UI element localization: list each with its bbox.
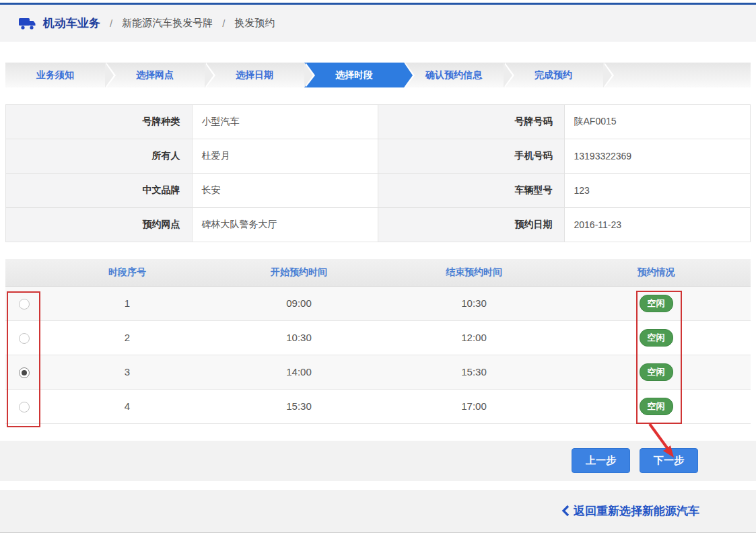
date-label: 预约日期 xyxy=(378,208,565,242)
slot-end: 10:30 xyxy=(386,286,561,320)
timeslot-row-2: 2 10:30 12:00 空闲 xyxy=(5,320,751,355)
table-row: 中文品牌 长安 车辆型号 123 xyxy=(6,174,751,208)
table-row: 所有人 杜爱月 手机号码 13193322369 xyxy=(6,139,751,174)
back-chevron-icon xyxy=(561,505,570,517)
owner-value: 杜爱月 xyxy=(192,139,378,174)
slot-index-header: 时段序号 xyxy=(43,259,211,286)
slot-index: 2 xyxy=(43,320,211,355)
slot-index: 4 xyxy=(43,389,211,423)
date-value: 2016-11-23 xyxy=(564,208,751,242)
owner-label: 所有人 xyxy=(6,139,193,174)
slot-radio-2[interactable] xyxy=(19,333,30,344)
next-step-button[interactable]: 下一步 xyxy=(640,448,698,473)
table-row: 预约网点 碑林大队警务大厅 预约日期 2016-11-23 xyxy=(6,208,751,242)
brand-value: 长安 xyxy=(192,174,378,208)
slot-end: 15:30 xyxy=(386,355,561,389)
step-site: 选择网点 xyxy=(105,63,205,87)
step-done: 完成预约 xyxy=(504,63,603,87)
status-badge: 空闲 xyxy=(640,363,673,381)
step-notice: 业务须知 xyxy=(5,63,105,87)
slot-start: 14:00 xyxy=(211,355,386,389)
step-timeslot: 选择时段 xyxy=(304,63,404,87)
breadcrumb-separator: / xyxy=(110,17,112,29)
breadcrumb-item-service[interactable]: 新能源汽车换发号牌 xyxy=(122,17,213,30)
status-badge: 空闲 xyxy=(640,398,673,415)
slot-radio-1[interactable] xyxy=(19,299,30,310)
vehicle-info-table: 号牌种类 小型汽车 号牌号码 陕AF0015 所有人 杜爱月 手机号码 1319… xyxy=(5,104,751,242)
breadcrumb: 机动车业务 / 新能源汽车换发号牌 / 换发预约 xyxy=(0,5,756,42)
breadcrumb-item-current: 换发预约 xyxy=(234,17,275,30)
slot-end: 17:00 xyxy=(386,389,561,423)
radio-column-header xyxy=(5,259,43,286)
phone-value: 13193322369 xyxy=(564,139,751,174)
start-time-header: 开始预约时间 xyxy=(211,259,386,286)
model-label: 车辆型号 xyxy=(378,174,565,208)
status-badge: 空闲 xyxy=(640,295,673,312)
timeslot-row-3: 3 14:00 15:30 空闲 xyxy=(5,355,751,389)
model-value: 123 xyxy=(564,174,751,208)
phone-label: 手机号码 xyxy=(378,139,565,174)
breadcrumb-root[interactable]: 机动车业务 xyxy=(43,15,100,31)
page: 机动车业务 / 新能源汽车换发号牌 / 换发预约 业务须知 选择网点 选择日期 … xyxy=(0,3,756,539)
step-bar-filler xyxy=(603,63,751,87)
slot-index: 3 xyxy=(43,355,211,389)
back-reselect-label: 返回重新选择新能源汽车 xyxy=(574,503,699,519)
brand-label: 中文品牌 xyxy=(6,174,193,208)
status-badge: 空闲 xyxy=(640,329,673,347)
site-value: 碑林大队警务大厅 xyxy=(192,208,378,242)
plate-no-label: 号牌号码 xyxy=(378,105,565,139)
status-header: 预约情况 xyxy=(561,259,751,286)
slot-end: 12:00 xyxy=(386,320,561,355)
slot-start: 15:30 xyxy=(211,389,386,423)
end-time-header: 结束预约时间 xyxy=(386,259,561,286)
plate-type-label: 号牌种类 xyxy=(6,105,193,139)
step-confirm: 确认预约信息 xyxy=(404,63,504,87)
timeslot-table: 时段序号 开始预约时间 结束预约时间 预约情况 1 09:00 10:30 空闲… xyxy=(5,259,751,424)
plate-no-value: 陕AF0015 xyxy=(564,105,751,139)
timeslot-row-4: 4 15:30 17:00 空闲 xyxy=(5,389,751,423)
prev-step-button[interactable]: 上一步 xyxy=(572,448,630,473)
slot-radio-4[interactable] xyxy=(19,402,30,412)
step-bar: 业务须知 选择网点 选择日期 选择时段 确认预约信息 完成预约 xyxy=(5,63,751,87)
truck-icon xyxy=(19,17,36,30)
timeslot-header-row: 时段序号 开始预约时间 结束预约时间 预约情况 xyxy=(5,259,751,286)
step-date: 选择日期 xyxy=(205,63,304,87)
footer-bar: 返回重新选择新能源汽车 xyxy=(0,490,756,533)
breadcrumb-separator: / xyxy=(222,17,225,29)
back-reselect-link[interactable]: 返回重新选择新能源汽车 xyxy=(561,503,699,519)
action-bar: 上一步 下一步 xyxy=(0,441,756,481)
table-row: 号牌种类 小型汽车 号牌号码 陕AF0015 xyxy=(6,105,751,139)
plate-type-value: 小型汽车 xyxy=(192,105,378,139)
slot-start: 09:00 xyxy=(211,286,386,320)
timeslot-row-1: 1 09:00 10:30 空闲 xyxy=(5,286,751,320)
slot-radio-3[interactable] xyxy=(19,367,30,378)
site-label: 预约网点 xyxy=(6,208,193,242)
slot-index: 1 xyxy=(43,286,211,320)
slot-start: 10:30 xyxy=(211,320,386,355)
